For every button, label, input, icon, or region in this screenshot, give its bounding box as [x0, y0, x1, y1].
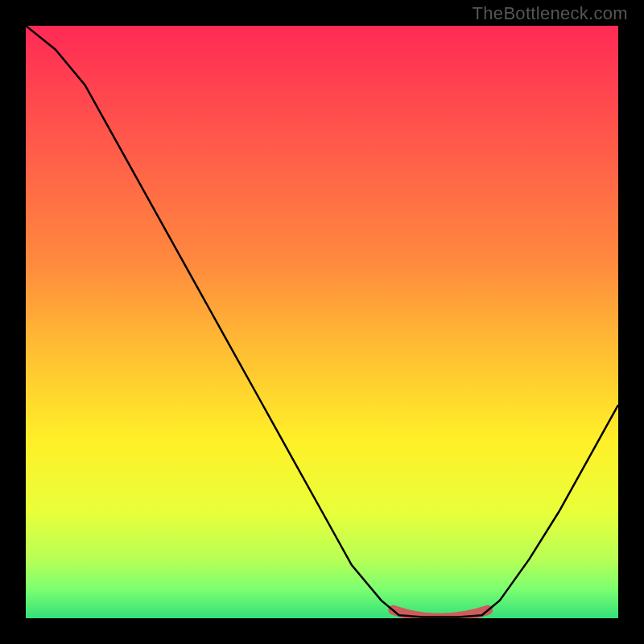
chart-stage: TheBottleneck.com [0, 0, 644, 644]
chart-svg [26, 26, 618, 618]
watermark-label: TheBottleneck.com [473, 3, 628, 24]
plot-area [26, 26, 618, 618]
chart-background [26, 26, 618, 618]
